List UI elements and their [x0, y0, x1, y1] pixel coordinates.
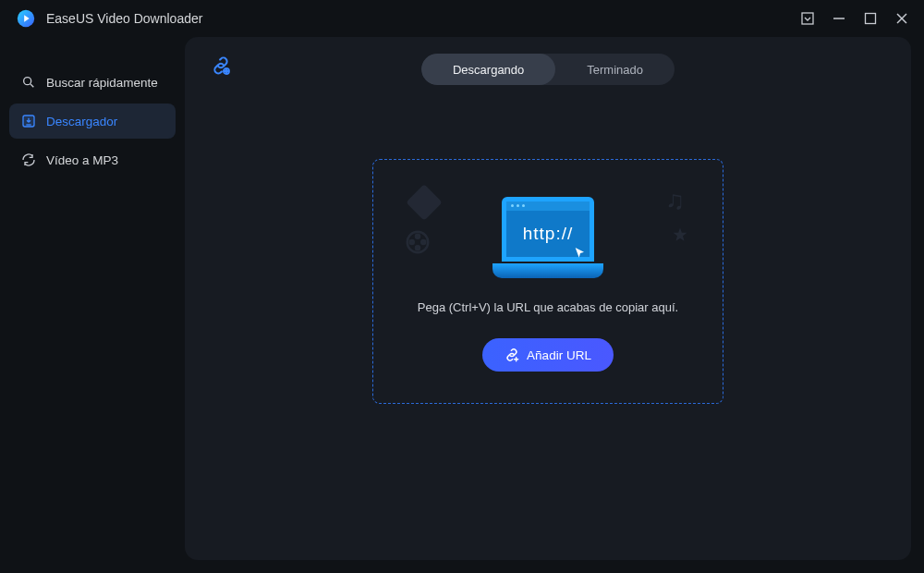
search-icon: [20, 74, 37, 91]
sidebar: Buscar rápidamente Descargador Vídeo a M…: [0, 37, 185, 573]
close-button[interactable]: [894, 11, 909, 26]
sidebar-item-downloader[interactable]: Descargador: [9, 104, 176, 139]
sidebar-item-video-to-mp3[interactable]: Vídeo a MP3: [9, 142, 176, 177]
app-title: EaseUS Video Downloader: [46, 11, 800, 26]
tab-downloading[interactable]: Descargando: [421, 54, 555, 85]
svg-rect-3: [866, 14, 876, 24]
sidebar-item-label: Buscar rápidamente: [46, 76, 158, 90]
tab-label: Terminado: [587, 63, 643, 77]
svg-point-15: [416, 246, 419, 250]
drop-zone[interactable]: ♫ http:// Pega (Ctrl+V) la U: [372, 159, 723, 404]
main-panel: Descargando Terminado ♫ http://: [185, 37, 911, 560]
convert-icon: [20, 152, 37, 168]
drop-hint: Pega (Ctrl+V) la URL que acabas de copia…: [418, 300, 678, 314]
minimize-button[interactable]: [832, 11, 846, 26]
add-url-label: Añadir URL: [527, 348, 591, 362]
star-icon: [672, 226, 688, 247]
dropdown-icon[interactable]: [800, 11, 815, 26]
app-logo-icon: [15, 7, 37, 30]
maximize-button[interactable]: [863, 11, 878, 26]
svg-rect-1: [802, 13, 813, 24]
sidebar-item-label: Vídeo a MP3: [46, 153, 118, 167]
tab-label: Descargando: [453, 63, 524, 77]
url-scheme-text: http://: [506, 224, 590, 244]
sidebar-item-label: Descargador: [46, 115, 117, 128]
film-reel-icon: [404, 228, 432, 260]
svg-point-14: [416, 235, 419, 238]
svg-point-16: [410, 240, 414, 244]
cursor-icon: [573, 246, 588, 264]
download-icon: [20, 113, 37, 129]
add-url-button[interactable]: Añadir URL: [482, 338, 614, 372]
svg-line-7: [30, 84, 33, 87]
laptop-illustration: ♫ http://: [456, 191, 640, 284]
add-link-icon[interactable]: [211, 55, 231, 76]
link-plus-icon: [505, 347, 519, 362]
sidebar-item-search[interactable]: Buscar rápidamente: [9, 65, 176, 100]
tab-switch: Descargando Terminado: [421, 54, 675, 85]
svg-point-6: [24, 78, 31, 85]
music-note-icon: ♫: [665, 186, 685, 215]
svg-point-17: [421, 240, 425, 244]
diamond-icon: [406, 184, 443, 221]
tab-finished[interactable]: Terminado: [555, 54, 675, 85]
